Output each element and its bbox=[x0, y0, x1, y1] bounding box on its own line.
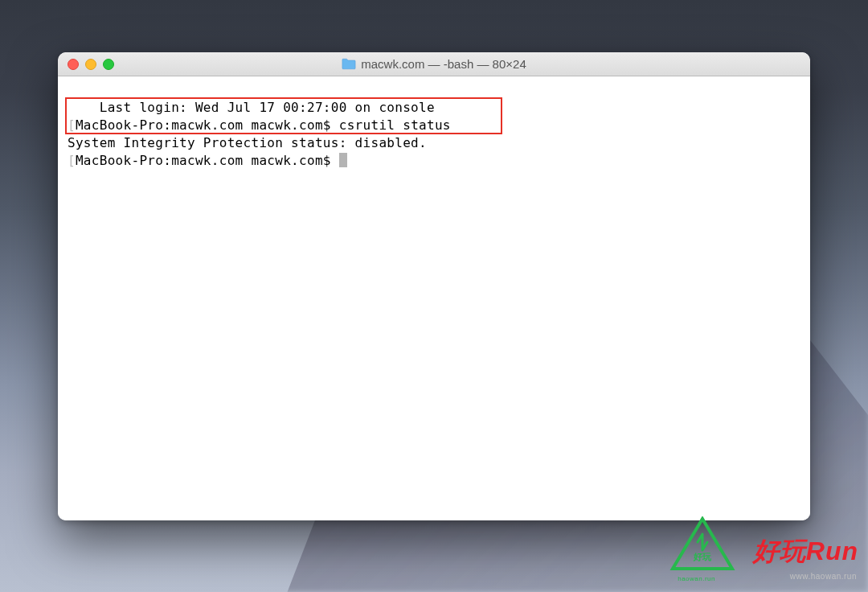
watermark-brand-text: 好玩Run bbox=[753, 534, 858, 569]
traffic-lights bbox=[68, 59, 114, 70]
watermark-url: www.haowan.run bbox=[790, 572, 857, 581]
close-button[interactable] bbox=[68, 59, 79, 70]
terminal-prompt: MacBook-Pro:macwk.com macwk.com$ bbox=[76, 153, 339, 168]
terminal-line: Last login: Wed Jul 17 00:27:00 on conso… bbox=[100, 100, 435, 115]
terminal-cursor bbox=[339, 153, 347, 167]
window-title-area: macwk.com — -bash — 80×24 bbox=[58, 57, 810, 71]
bracket: [ bbox=[68, 117, 76, 133]
terminal-command: csrutil status bbox=[339, 117, 451, 133]
maximize-button[interactable] bbox=[103, 59, 114, 70]
watermark-logo: 好玩 bbox=[669, 516, 735, 574]
terminal-window: macwk.com — -bash — 80×24 Last login: We… bbox=[58, 52, 810, 520]
window-title: macwk.com — -bash — 80×24 bbox=[361, 57, 526, 71]
folder-icon bbox=[342, 58, 356, 70]
watermark-logo-text: 好玩 bbox=[693, 552, 712, 561]
window-titlebar[interactable]: macwk.com — -bash — 80×24 bbox=[58, 52, 810, 76]
terminal-content[interactable]: Last login: Wed Jul 17 00:27:00 on conso… bbox=[58, 76, 810, 520]
terminal-prompt: MacBook-Pro:macwk.com macwk.com$ bbox=[76, 117, 339, 133]
terminal-output: System Integrity Protection status: disa… bbox=[68, 135, 427, 150]
minimize-button[interactable] bbox=[85, 59, 96, 70]
bracket: [ bbox=[68, 153, 76, 168]
watermark-haowan-label: haowan.run bbox=[678, 575, 715, 582]
